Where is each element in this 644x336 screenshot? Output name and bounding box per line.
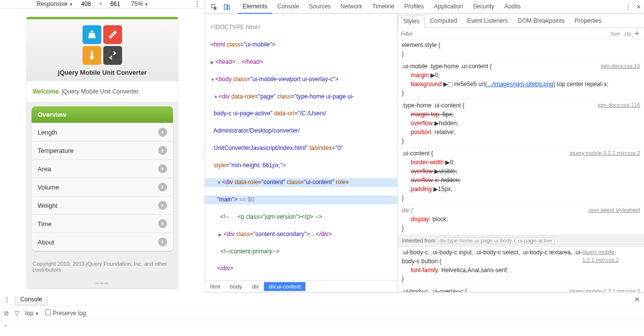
chevron-right-icon xyxy=(158,164,167,173)
chevron-right-icon xyxy=(158,238,167,246)
dimension-separator: × xyxy=(99,0,102,7)
chevron-right-icon xyxy=(158,201,167,210)
tab-audits[interactable]: Audits xyxy=(499,0,525,14)
nav-item-area[interactable]: Area xyxy=(32,160,173,178)
inspect-icon[interactable] xyxy=(208,1,220,13)
console-toolbar: ⊘ ▽ top Preserve log xyxy=(0,306,644,320)
new-rule-icon[interactable]: ＋ xyxy=(633,28,641,39)
devtools-close-icon[interactable]: ✕ xyxy=(636,3,641,10)
crumb-body[interactable]: body xyxy=(225,282,247,291)
nav-item-time[interactable]: Time xyxy=(32,215,173,233)
weight-icon xyxy=(83,25,101,44)
console-close-icon[interactable]: ✕ xyxy=(634,295,640,303)
styles-filter-input[interactable] xyxy=(401,31,607,37)
preserve-log-checkbox[interactable]: Preserve log xyxy=(45,309,86,317)
svg-rect-1 xyxy=(224,4,228,9)
hov-toggle[interactable]: :hov xyxy=(610,31,620,37)
viewport-height-input[interactable] xyxy=(105,0,125,7)
filter-icon[interactable]: ▽ xyxy=(15,310,19,317)
devtools-toolbar: ElementsConsoleSourcesNetworkTimelinePro… xyxy=(205,0,644,14)
styles-tab-styles[interactable]: Styles xyxy=(398,15,425,28)
styles-tab-dom-breakpoints[interactable]: DOM Breakpoints xyxy=(513,15,570,27)
crumb-div[interactable]: div xyxy=(247,282,264,291)
device-kebab-icon[interactable]: ⋮ xyxy=(194,0,201,8)
styles-filter-row: :hov .cls ＋ xyxy=(398,28,644,40)
tab-console[interactable]: Console xyxy=(272,0,304,14)
crumb-html[interactable]: html xyxy=(205,282,225,291)
device-toolbar: Responsive × 75% ⋮ xyxy=(0,0,205,8)
chevron-right-icon xyxy=(158,183,167,192)
tab-security[interactable]: Security xyxy=(468,0,499,14)
zoom-select[interactable]: 75% xyxy=(131,0,148,7)
nav-item-overview[interactable]: Overview xyxy=(32,106,173,123)
styles-pane: StylesComputedEvent ListenersDOM Breakpo… xyxy=(398,14,644,292)
copyright-text: Copyright 2010, 2013 jQuery Foundation, … xyxy=(27,258,178,279)
styles-tab-computed[interactable]: Computed xyxy=(425,15,462,27)
devtools-kebab-icon[interactable]: ⋮ xyxy=(625,3,631,10)
crumb-div-ui-content[interactable]: div.ui-content xyxy=(264,282,306,291)
nav-item-volume[interactable]: Volume xyxy=(32,178,173,196)
tab-timeline[interactable]: Timeline xyxy=(367,0,399,14)
resize-handle-bottom[interactable]: ═══ xyxy=(27,279,178,288)
device-preview-panel: Responsive × 75% ⋮ jQuery Mobile Unit Co… xyxy=(0,0,205,292)
nav-item-weight[interactable]: Weight xyxy=(32,196,173,215)
tab-network[interactable]: Network xyxy=(336,0,367,14)
styles-tab-properties[interactable]: Properties xyxy=(569,15,606,27)
app-title: jQuery Mobile Unit Converter xyxy=(27,69,178,76)
devtools-tabs: ElementsConsoleSourcesNetworkTimelinePro… xyxy=(238,0,525,14)
dom-tree[interactable]: <!DOCTYPE html> <html class="ui-mobile">… xyxy=(205,14,397,280)
swap-icon xyxy=(103,46,122,65)
breadcrumb: htmlbodydivdiv.ui-content xyxy=(205,280,397,292)
tab-profiles[interactable]: Profiles xyxy=(399,0,429,14)
tab-sources[interactable]: Sources xyxy=(304,0,336,14)
ruler-icon xyxy=(103,25,122,44)
clear-console-icon[interactable]: ⊘ xyxy=(4,310,9,317)
nav-item-temperature[interactable]: Temperature xyxy=(32,142,173,160)
devtools-panel: ElementsConsoleSourcesNetworkTimelinePro… xyxy=(205,0,644,292)
preview-app: jQuery Mobile Unit Converter Welcome. jQ… xyxy=(27,17,178,288)
device-canvas: jQuery Mobile Unit Converter Welcome. jQ… xyxy=(0,9,205,296)
context-select[interactable]: top xyxy=(25,310,39,317)
styles-tab-event-listeners[interactable]: Event Listeners xyxy=(462,15,513,27)
elements-dom-pane: <!DOCTYPE html> <html class="ui-mobile">… xyxy=(205,14,398,292)
svg-rect-2 xyxy=(227,5,229,9)
thermometer-icon xyxy=(83,46,101,65)
cls-toggle[interactable]: .cls xyxy=(623,31,632,37)
tab-application[interactable]: Application xyxy=(429,0,468,14)
nav-item-about[interactable]: About xyxy=(32,233,173,251)
app-header: jQuery Mobile Unit Converter xyxy=(27,19,178,81)
chevron-right-icon xyxy=(158,128,167,137)
console-kebab-icon[interactable]: ⋮ xyxy=(4,296,10,303)
console-input[interactable]: › xyxy=(0,320,644,336)
nav-list: OverviewLengthTemperatureAreaVolumeWeigh… xyxy=(32,106,173,251)
nav-item-length[interactable]: Length xyxy=(32,123,173,142)
device-mode-select[interactable]: Responsive xyxy=(37,0,73,7)
chevron-right-icon xyxy=(158,146,167,155)
app-icon-grid xyxy=(83,25,122,65)
chevron-right-icon xyxy=(158,219,167,228)
tab-elements[interactable]: Elements xyxy=(238,0,272,14)
resize-handle-side[interactable]: ⋮⋮ xyxy=(202,148,208,156)
device-toggle-icon[interactable] xyxy=(221,1,233,13)
css-rules[interactable]: element.style {}.ui-mobile .type-home .u… xyxy=(398,40,644,292)
styles-tabs: StylesComputedEvent ListenersDOM Breakpo… xyxy=(398,14,644,28)
welcome-text: Welcome. jQuery Mobile Unit Converter. xyxy=(27,81,178,102)
viewport-width-input[interactable] xyxy=(76,0,96,7)
